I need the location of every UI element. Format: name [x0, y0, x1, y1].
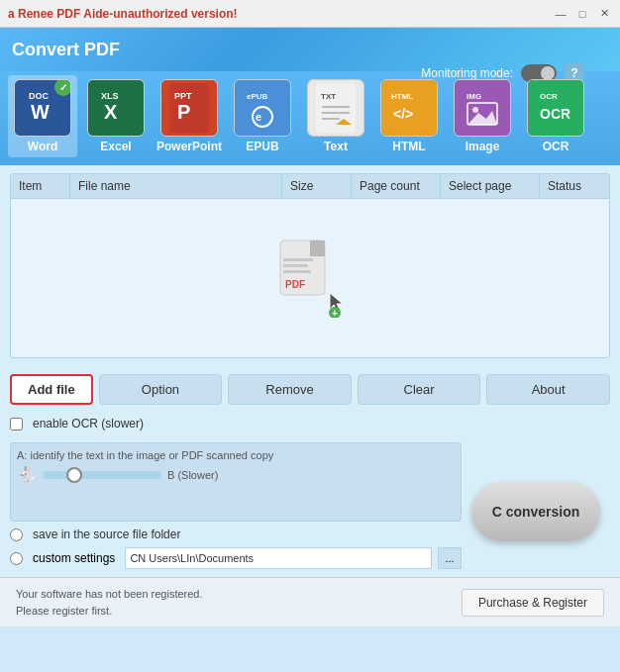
main-content: Item File name Size Page count Select pa…	[0, 165, 620, 366]
title-bar-controls: — □ ✕	[553, 6, 612, 22]
footer-message: Your software has not been registered. P…	[16, 586, 203, 619]
text-icon: TXT	[308, 80, 363, 136]
ocr-icon: OCR OCR	[528, 80, 583, 136]
svg-text:IMG: IMG	[466, 92, 481, 101]
custom-save-row: custom settings ...	[10, 545, 462, 571]
svg-text:P: P	[177, 101, 190, 123]
app-title: Convert PDF	[12, 40, 120, 66]
save-path-input[interactable]	[125, 547, 432, 569]
slider-label: B (Slower)	[167, 469, 218, 481]
ocr-options-box: A: identify the text in the image or PDF…	[10, 442, 462, 522]
svg-point-25	[472, 107, 478, 113]
save-source-radio[interactable]	[10, 528, 23, 541]
save-source-label: save in the source file folder	[33, 528, 180, 541]
file-table: Item File name Size Page count Select pa…	[10, 173, 610, 358]
maximize-button[interactable]: □	[574, 6, 590, 22]
toolbar-item-image[interactable]: IMG Image	[448, 75, 517, 157]
svg-text:X: X	[104, 101, 118, 123]
image-icon: IMG	[455, 80, 510, 136]
excel-icon: XLS X	[88, 80, 144, 136]
convert-button[interactable]: C conversion	[471, 482, 600, 541]
toolbar-item-ocr[interactable]: OCR OCR OCR	[521, 75, 590, 157]
col-pagecount: Page count	[352, 174, 441, 198]
header: Convert PDF Monitoring mode: ?	[0, 28, 620, 71]
ocr-icon-wrapper: OCR OCR	[527, 79, 584, 137]
svg-rect-32	[310, 240, 325, 256]
text-icon-wrapper: TXT	[307, 79, 364, 137]
bottom-area: A: identify the text in the image or PDF…	[0, 436, 620, 577]
buttons-row: Add file Option Remove Clear About	[0, 366, 620, 413]
table-body[interactable]: PDF +	[11, 199, 609, 357]
excel-icon-wrapper: XLS X	[87, 79, 145, 137]
svg-text:+: +	[332, 308, 338, 318]
pdf-drop-icon: PDF +	[275, 239, 345, 318]
svg-rect-13	[316, 83, 356, 133]
save-options: save in the source file folder custom se…	[10, 528, 462, 571]
svg-text:OCR: OCR	[540, 92, 558, 101]
clear-button[interactable]: Clear	[358, 374, 481, 405]
toolbar: DOC W ✓ Word XLS X Excel	[0, 71, 620, 165]
slider-fast-icon: 🐇	[17, 465, 37, 484]
svg-text:PPT: PPT	[174, 91, 192, 101]
col-selectpage: Select page	[441, 174, 540, 198]
enable-ocr-label: enable OCR (slower)	[33, 417, 144, 431]
svg-text:W: W	[31, 101, 50, 123]
svg-text:XLS: XLS	[101, 91, 119, 101]
word-label: Word	[28, 140, 57, 153]
save-row-option: save in the source file folder	[10, 528, 462, 541]
enable-ocr-row: enable OCR (slower)	[10, 417, 610, 431]
html-icon: HTML </>	[381, 80, 437, 136]
svg-text:ePUB: ePUB	[247, 92, 268, 101]
ocr-section: enable OCR (slower)	[0, 413, 620, 436]
word-icon-wrapper: DOC W ✓	[14, 79, 71, 137]
slider-thumb	[66, 467, 82, 483]
toolbar-item-html[interactable]: HTML </> HTML	[374, 75, 444, 157]
toolbar-item-text[interactable]: TXT Text	[301, 75, 370, 157]
toolbar-item-epub[interactable]: ePUB e EPUB	[228, 75, 297, 157]
epub-icon-wrapper: ePUB e	[234, 79, 291, 137]
option-button[interactable]: Option	[99, 374, 223, 405]
svg-text:HTML: HTML	[391, 92, 413, 101]
minimize-button[interactable]: —	[553, 6, 568, 22]
slider-row: 🐇 B (Slower)	[17, 465, 455, 484]
image-label: Image	[465, 140, 500, 153]
footer-line1: Your software has not been registered.	[16, 586, 203, 603]
svg-text:PDF: PDF	[285, 279, 305, 290]
col-size: Size	[282, 174, 352, 198]
powerpoint-icon-wrapper: PPT P	[160, 79, 218, 137]
epub-icon: ePUB e	[235, 80, 290, 136]
toolbar-item-powerpoint[interactable]: PPT P PowerPoint	[155, 75, 224, 157]
left-options: A: identify the text in the image or PDF…	[10, 442, 462, 571]
toolbar-item-excel[interactable]: XLS X Excel	[81, 75, 151, 157]
custom-settings-label: custom settings	[33, 551, 115, 565]
enable-ocr-checkbox[interactable]	[10, 418, 23, 431]
text-label: Text	[324, 140, 348, 153]
image-icon-wrapper: IMG	[454, 79, 511, 137]
title-bar-text: a Renee PDF Aide-unauthorized version!	[8, 7, 238, 21]
close-button[interactable]: ✕	[596, 6, 612, 22]
ocr-slider[interactable]	[43, 471, 161, 479]
ocr-description: A: identify the text in the image or PDF…	[17, 449, 455, 461]
footer: Your software has not been registered. P…	[0, 577, 620, 626]
toolbar-item-word[interactable]: DOC W ✓ Word	[8, 75, 77, 157]
custom-path-radio[interactable]	[10, 552, 23, 565]
powerpoint-label: PowerPoint	[156, 140, 222, 153]
add-file-button[interactable]: Add file	[10, 374, 93, 405]
svg-rect-35	[283, 270, 311, 273]
powerpoint-icon: PPT P	[161, 80, 217, 136]
svg-rect-34	[283, 264, 308, 267]
footer-line2: Please register first.	[16, 603, 203, 620]
svg-text:DOC: DOC	[29, 91, 50, 101]
svg-text:OCR: OCR	[540, 106, 570, 122]
html-label: HTML	[392, 140, 425, 153]
browse-button[interactable]: ...	[438, 547, 462, 569]
remove-button[interactable]: Remove	[228, 374, 352, 405]
svg-rect-33	[283, 258, 313, 261]
about-button[interactable]: About	[486, 374, 610, 405]
excel-label: Excel	[100, 140, 131, 153]
word-check-badge: ✓	[54, 79, 71, 96]
svg-text:</>: </>	[393, 106, 413, 122]
convert-section: C conversion	[471, 442, 610, 571]
purchase-register-button[interactable]: Purchase & Register	[462, 589, 604, 617]
ocr-label: OCR	[543, 140, 569, 153]
